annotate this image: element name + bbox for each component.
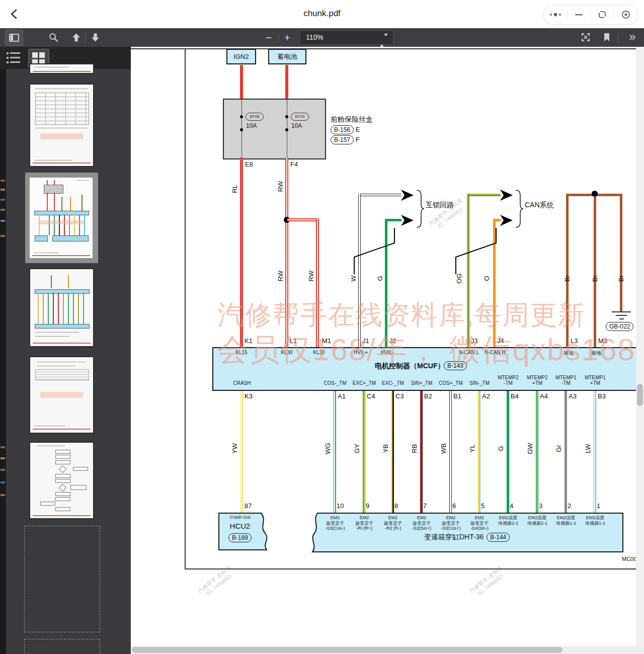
thumbnail-page-flowchart[interactable] — [30, 443, 93, 518]
vertical-scrollbar-handle[interactable] — [637, 384, 643, 406]
thumb-detail — [40, 392, 83, 398]
thumb-detail — [64, 215, 65, 236]
wire-feed-ign2 — [240, 65, 243, 99]
strip-fragment — [1, 235, 5, 237]
wire-label: WG — [324, 438, 332, 460]
ref-oval: GB-022 — [606, 322, 633, 331]
restore-window-button[interactable] — [591, 9, 614, 20]
thumb-detail — [40, 133, 83, 139]
bookmark-button[interactable] — [600, 31, 614, 44]
zoom-in-button[interactable]: + — [281, 31, 294, 43]
pin-number: 1 — [597, 502, 600, 510]
wire-lw — [594, 391, 596, 513]
next-page-button[interactable] — [89, 31, 102, 44]
pin-number: 2 — [568, 502, 571, 510]
signal-label: 接地 — [564, 350, 574, 357]
wire-label: OG — [455, 268, 463, 290]
thumbnail-page-text[interactable] — [30, 357, 93, 433]
fuse2-id: EF24 — [291, 113, 309, 121]
mcuf-ref: B-143 — [444, 361, 467, 370]
thumb-detail — [35, 128, 88, 128]
wire-label: RW — [307, 265, 315, 287]
wire-label: Gr — [555, 438, 562, 460]
vertical-scrollbar[interactable] — [636, 47, 644, 654]
fusebox-ref-e: B-156 E — [331, 125, 360, 134]
thumb-detail — [63, 293, 64, 323]
horizontal-scrollbar-handle[interactable] — [132, 647, 562, 653]
previous-page-button[interactable] — [69, 31, 83, 44]
wire-label: YW — [231, 438, 238, 460]
hcu2-ref: B-189 — [218, 533, 262, 542]
wire-label: RW — [277, 265, 284, 287]
more-options-button[interactable] — [544, 9, 567, 20]
thumb-detail — [35, 93, 89, 125]
thumbnail-page-diagram2[interactable] — [30, 269, 93, 346]
arrow-icon — [500, 214, 513, 226]
ground-symbol — [616, 315, 627, 316]
thumb-detail — [35, 336, 70, 337]
power-source-battery: 蓄电池 — [268, 49, 306, 64]
thumb-detail — [34, 253, 59, 253]
thumbnail-page-current[interactable] — [30, 178, 93, 258]
label-line: 旋变定子 — [384, 521, 402, 526]
wire-wb — [449, 391, 452, 513]
thumb-detail — [73, 293, 74, 323]
thumb-detail — [68, 293, 69, 323]
thumb-detail — [58, 293, 59, 323]
dht-title-row: 变速箱穿缸DHT-36 B-144 — [424, 533, 510, 542]
signal-label: MTEMP2+TM — [527, 375, 548, 386]
thumb-detail — [55, 460, 70, 464]
brace-icon — [415, 189, 426, 228]
fullscreen-button[interactable] — [579, 31, 593, 44]
thumb-detail — [73, 467, 88, 471]
thumb-detail — [59, 215, 60, 236]
more-tools-button[interactable]: » — [624, 30, 641, 44]
signal-line: -TM — [555, 380, 577, 386]
thumbnail-placeholder[interactable] — [24, 526, 100, 632]
outline-view-button[interactable] — [7, 51, 21, 66]
signal-label: N-CAN H — [485, 350, 506, 355]
label-line: EM2温度 — [527, 515, 547, 521]
thumbnail-placeholder[interactable] — [24, 639, 100, 654]
horizontal-scrollbar[interactable] — [131, 646, 644, 654]
thumb-detail — [51, 275, 52, 288]
arrow-icon — [400, 189, 414, 201]
label-line: -R2 (R-) — [384, 526, 402, 531]
pdf-toolbar: / 324 − + 110% » — [0, 28, 644, 47]
wire-label: LW — [584, 438, 592, 460]
wire-gr — [565, 391, 567, 513]
dht-title: 变速箱穿缸DHT-36 — [424, 533, 484, 542]
minimize-button[interactable] — [567, 9, 591, 20]
label-line: 旋变定子 — [441, 521, 461, 526]
thumb-detail — [37, 446, 65, 446]
thumbnail-page-table[interactable] — [30, 85, 93, 166]
zoom-level-select[interactable]: 110% — [299, 30, 393, 45]
signal-label: KL15 — [235, 350, 247, 355]
page-frame-left — [185, 48, 186, 569]
thumb-detail — [35, 369, 89, 380]
can-label: CAN系统 — [525, 201, 554, 210]
grid-icon — [32, 52, 38, 58]
search-icon — [48, 32, 58, 42]
search-button[interactable] — [46, 31, 60, 44]
restore-icon — [597, 10, 607, 20]
signal-label: CRASH — [233, 380, 251, 386]
thumb-detail — [33, 429, 91, 430]
label-line: EM2 — [355, 515, 373, 521]
wire-w-horizontal — [358, 194, 401, 196]
wire-label: RW — [277, 176, 284, 198]
signal-label: MTEMP1-TM — [555, 375, 577, 386]
thumb-detail — [38, 293, 39, 323]
zoom-out-button[interactable]: − — [262, 31, 275, 43]
thumb-detail — [48, 293, 49, 323]
record-target-button[interactable] — [614, 9, 637, 20]
wire-rl — [240, 157, 243, 347]
wire-br — [620, 194, 622, 311]
thumbnail-page-partial[interactable] — [30, 64, 93, 73]
wire-label: RL — [231, 178, 238, 200]
toggle-sidebar-button[interactable] — [5, 30, 23, 46]
ground-symbol — [619, 318, 624, 319]
thumb-detail — [68, 275, 69, 288]
signal-line: MTEMP1 — [585, 375, 606, 380]
select-arrows-icon — [380, 34, 388, 47]
